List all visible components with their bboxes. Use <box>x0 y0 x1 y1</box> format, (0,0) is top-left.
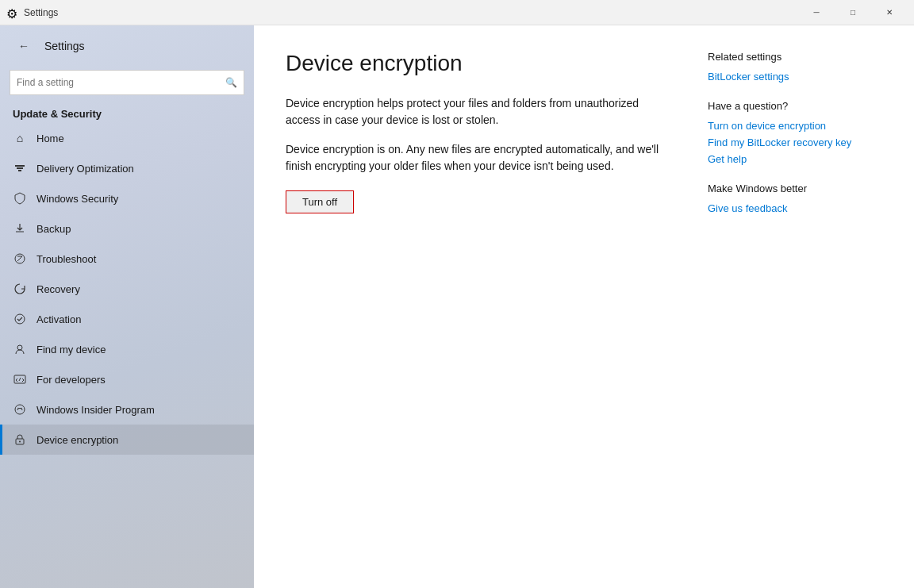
sidebar: ← Settings 🔍 Update & Security ⌂ Home De… <box>0 25 254 588</box>
sidebar-item-windows-security[interactable]: Windows Security <box>0 183 254 213</box>
give-feedback-link[interactable]: Give us feedback <box>708 202 882 214</box>
turn-on-encryption-link[interactable]: Turn on device encryption <box>708 120 882 132</box>
related-settings-title: Related settings <box>708 51 882 63</box>
sidebar-item-label: Device encryption <box>36 434 118 446</box>
svg-point-8 <box>19 441 21 443</box>
sidebar-item-label: Windows Security <box>36 193 118 205</box>
shield-icon <box>13 191 27 206</box>
encryption-icon <box>13 432 27 447</box>
svg-point-1 <box>15 314 25 324</box>
turn-off-button[interactable]: Turn off <box>286 190 354 213</box>
make-windows-better-title: Make Windows better <box>708 183 882 194</box>
titlebar-title: Settings <box>24 7 798 18</box>
close-button[interactable]: ✕ <box>871 0 908 25</box>
sidebar-item-label: Delivery Optimization <box>36 163 134 175</box>
maximize-button[interactable]: □ <box>835 0 871 25</box>
sidebar-item-label: Recovery <box>36 283 80 295</box>
svg-point-5 <box>17 408 18 409</box>
sidebar-item-delivery-optimization[interactable]: Delivery Optimization <box>0 153 254 183</box>
home-icon: ⌂ <box>13 131 27 145</box>
sidebar-header: ← Settings <box>0 25 254 67</box>
search-icon: 🔍 <box>225 77 237 88</box>
window-controls: ─ □ ✕ <box>798 0 908 25</box>
insider-icon <box>13 402 27 417</box>
search-input[interactable] <box>17 77 221 88</box>
sidebar-item-label: Windows Insider Program <box>36 404 155 416</box>
content-main: Device encryption Device encryption help… <box>286 51 676 563</box>
content-area: Device encryption Device encryption help… <box>254 25 914 588</box>
have-question-title: Have a question? <box>708 100 882 112</box>
divider-2 <box>708 170 882 183</box>
svg-point-4 <box>15 405 25 414</box>
description-text-1: Device encryption helps protect your fil… <box>286 95 666 129</box>
page-title: Device encryption <box>286 51 676 76</box>
sidebar-item-label: Activation <box>36 313 81 325</box>
titlebar: ⚙ Settings ─ □ ✕ <box>0 0 914 25</box>
sidebar-item-home[interactable]: ⌂ Home <box>0 123 254 153</box>
delivery-icon <box>13 161 27 175</box>
settings-icon: ⚙ <box>6 6 19 19</box>
sidebar-item-label: Home <box>36 133 64 144</box>
find-device-icon <box>13 342 27 356</box>
sidebar-item-find-my-device[interactable]: Find my device <box>0 334 254 364</box>
section-title: Update & Security <box>0 102 254 123</box>
svg-point-6 <box>21 408 21 409</box>
sidebar-item-label: Troubleshoot <box>36 253 96 265</box>
sidebar-item-recovery[interactable]: Recovery <box>0 274 254 304</box>
sidebar-item-label: Find my device <box>36 344 106 355</box>
back-button[interactable]: ← <box>13 35 35 57</box>
minimize-button[interactable]: ─ <box>798 0 835 25</box>
sidebar-app-title: Settings <box>44 40 85 52</box>
developers-icon <box>13 372 27 386</box>
svg-point-2 <box>17 345 22 350</box>
sidebar-item-troubleshoot[interactable]: Troubleshoot <box>0 244 254 274</box>
get-help-link[interactable]: Get help <box>708 153 882 165</box>
sidebar-item-windows-insider-program[interactable]: Windows Insider Program <box>0 394 254 425</box>
sidebar-item-backup[interactable]: Backup <box>0 213 254 244</box>
activation-icon <box>13 312 27 326</box>
sidebar-item-label: Backup <box>36 223 71 235</box>
backup-icon <box>13 221 27 236</box>
sidebar-item-for-developers[interactable]: For developers <box>0 364 254 394</box>
find-recovery-key-link[interactable]: Find my BitLocker recovery key <box>708 136 882 148</box>
search-box[interactable]: 🔍 <box>10 70 244 95</box>
sidebar-item-activation[interactable]: Activation <box>0 304 254 334</box>
divider-1 <box>708 87 882 100</box>
troubleshoot-icon <box>13 252 27 266</box>
app-container: ← Settings 🔍 Update & Security ⌂ Home De… <box>0 25 914 588</box>
sidebar-item-label: For developers <box>36 374 106 386</box>
content-right: Related settings BitLocker settings Have… <box>708 51 882 563</box>
recovery-icon <box>13 282 27 296</box>
description-text-2: Device encryption is on. Any new files a… <box>286 141 666 175</box>
sidebar-item-device-encryption[interactable]: Device encryption <box>0 425 254 455</box>
bitlocker-settings-link[interactable]: BitLocker settings <box>708 71 882 83</box>
